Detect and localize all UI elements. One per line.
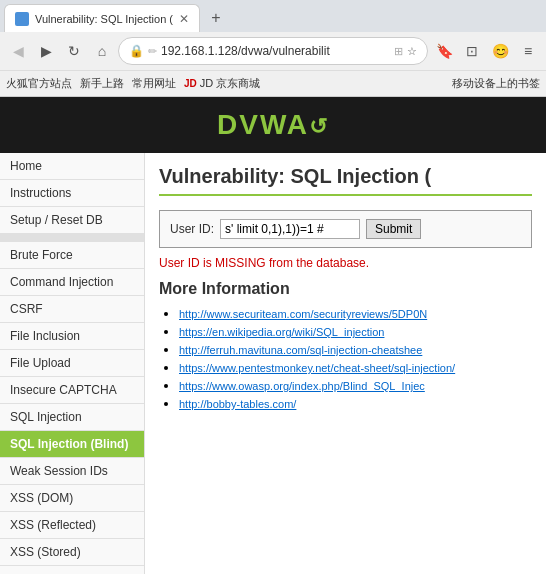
sidebar-item-xss-stored[interactable]: XSS (Stored) xyxy=(0,539,144,566)
back-button[interactable]: ◀ xyxy=(6,39,30,63)
list-item: https://www.pentestmonkey.net/cheat-shee… xyxy=(179,360,532,375)
jd-icon: JD xyxy=(184,78,197,89)
user-id-input[interactable] xyxy=(220,219,360,239)
tab-close-button[interactable]: ✕ xyxy=(179,12,189,26)
more-button[interactable]: ≡ xyxy=(516,39,540,63)
dvwa-logo: DVWA↺ xyxy=(217,109,329,141)
sidebar-item-file-upload[interactable]: File Upload xyxy=(0,350,144,377)
url-star: ☆ xyxy=(407,45,417,58)
list-item: http://ferruh.mavituna.com/sql-injection… xyxy=(179,342,532,357)
list-item: https://en.wikipedia.org/wiki/SQL_inject… xyxy=(179,324,532,339)
sidebar-item-sql-injection[interactable]: SQL Injection xyxy=(0,404,144,431)
url-edit-icon: ✏ xyxy=(148,45,157,58)
browser-actions: 🔖 ⊡ 😊 ≡ xyxy=(432,39,540,63)
sidebar-item-xss-reflected[interactable]: XSS (Reflected) xyxy=(0,512,144,539)
sidebar-separator-1 xyxy=(0,234,144,242)
main-content-area: Vulnerability: SQL Injection ( User ID: … xyxy=(145,153,546,574)
error-message: User ID is MISSING from the database. xyxy=(159,256,532,270)
sidebar-item-sql-injection-blind[interactable]: SQL Injection (Blind) xyxy=(0,431,144,458)
active-tab[interactable]: Vulnerability: SQL Injection ( ✕ xyxy=(4,4,200,32)
bookmark-jd[interactable]: JD JD 京东商城 xyxy=(184,76,260,91)
nav-bar: ◀ ▶ ↻ ⌂ 🔒 ✏ 192.168.1.128/dvwa/vulnerabi… xyxy=(0,32,546,70)
bookmark-firefox[interactable]: 火狐官方站点 xyxy=(6,76,72,91)
extensions-icon: ⊞ xyxy=(394,45,403,58)
dvwa-logo-icon: ↺ xyxy=(309,114,329,139)
user-id-form: User ID: Submit xyxy=(159,210,532,248)
link-securiteam[interactable]: http://www.securiteam.com/securityreview… xyxy=(179,308,427,320)
more-info-section: More Information http://www.securiteam.c… xyxy=(159,280,532,411)
sidebar-item-csrf[interactable]: CSRF xyxy=(0,296,144,323)
list-item: https://www.owasp.org/index.php/Blind_SQ… xyxy=(179,378,532,393)
sidebar-item-file-inclusion[interactable]: File Inclusion xyxy=(0,323,144,350)
sidebar: Home Instructions Setup / Reset DB Brute… xyxy=(0,153,145,574)
dvwa-logo-part1: DV xyxy=(217,109,260,140)
link-wikipedia[interactable]: https://en.wikipedia.org/wiki/SQL_inject… xyxy=(179,326,384,338)
user-id-label: User ID: xyxy=(170,222,214,236)
list-item: http://bobby-tables.com/ xyxy=(179,396,532,411)
url-text: 192.168.1.128/dvwa/vulnerabilit xyxy=(161,44,390,58)
sidebar-item-xss-dom[interactable]: XSS (DOM) xyxy=(0,485,144,512)
bookmark-common[interactable]: 常用网址 xyxy=(132,76,176,91)
extensions-button[interactable]: ⊡ xyxy=(460,39,484,63)
tab-bar: Vulnerability: SQL Injection ( ✕ + xyxy=(0,0,546,32)
bookmark-newbie[interactable]: 新手上路 xyxy=(80,76,124,91)
sidebar-item-home[interactable]: Home xyxy=(0,153,144,180)
browser-chrome: Vulnerability: SQL Injection ( ✕ + ◀ ▶ ↻… xyxy=(0,0,546,97)
bookmark-mobile[interactable]: 移动设备上的书签 xyxy=(452,76,540,91)
bookmarks-button[interactable]: 🔖 xyxy=(432,39,456,63)
dvwa-header: DVWA↺ xyxy=(0,97,546,153)
page-content: DVWA↺ Home Instructions Setup / Reset DB… xyxy=(0,97,546,574)
profile-button[interactable]: 😊 xyxy=(488,39,512,63)
main-layout: Home Instructions Setup / Reset DB Brute… xyxy=(0,153,546,574)
sidebar-item-insecure-captcha[interactable]: Insecure CAPTCHA xyxy=(0,377,144,404)
sidebar-item-csp-bypass[interactable]: CSP Bypass xyxy=(0,566,144,574)
submit-button[interactable]: Submit xyxy=(366,219,421,239)
more-info-title: More Information xyxy=(159,280,532,298)
list-item: http://www.securiteam.com/securityreview… xyxy=(179,306,532,321)
link-ferruh[interactable]: http://ferruh.mavituna.com/sql-injection… xyxy=(179,344,422,356)
sidebar-item-setup[interactable]: Setup / Reset DB xyxy=(0,207,144,234)
new-tab-button[interactable]: + xyxy=(204,6,228,30)
page-title: Vulnerability: SQL Injection ( xyxy=(159,165,532,196)
forward-button[interactable]: ▶ xyxy=(34,39,58,63)
home-button[interactable]: ⌂ xyxy=(90,39,114,63)
sidebar-item-instructions[interactable]: Instructions xyxy=(0,180,144,207)
sidebar-item-weak-session[interactable]: Weak Session IDs xyxy=(0,458,144,485)
refresh-button[interactable]: ↻ xyxy=(62,39,86,63)
dvwa-logo-part2: WA xyxy=(260,109,309,140)
more-info-links: http://www.securiteam.com/securityreview… xyxy=(159,306,532,411)
tab-title: Vulnerability: SQL Injection ( xyxy=(35,13,173,25)
link-bobby-tables[interactable]: http://bobby-tables.com/ xyxy=(179,398,296,410)
link-pentestmonkey[interactable]: https://www.pentestmonkey.net/cheat-shee… xyxy=(179,362,455,374)
tab-favicon xyxy=(15,12,29,26)
bookmarks-bar: 火狐官方站点 新手上路 常用网址 JD JD 京东商城 移动设备上的书签 xyxy=(0,70,546,96)
sidebar-item-brute-force[interactable]: Brute Force xyxy=(0,242,144,269)
url-bar[interactable]: 🔒 ✏ 192.168.1.128/dvwa/vulnerabilit ⊞ ☆ xyxy=(118,37,428,65)
sidebar-item-command-injection[interactable]: Command Injection xyxy=(0,269,144,296)
link-owasp[interactable]: https://www.owasp.org/index.php/Blind_SQ… xyxy=(179,380,425,392)
security-icon: 🔒 xyxy=(129,44,144,58)
